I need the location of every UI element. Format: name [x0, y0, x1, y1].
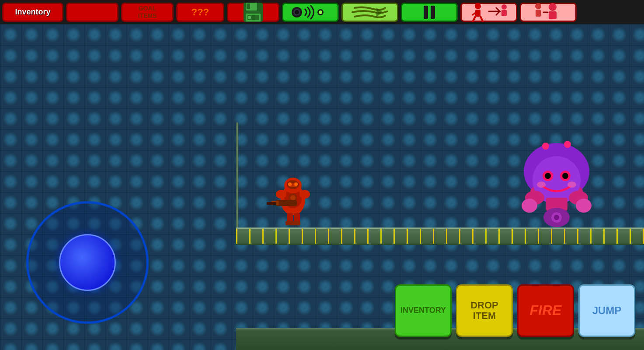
svg-point-17	[501, 4, 507, 10]
svg-point-54	[576, 199, 592, 213]
svg-point-53	[522, 199, 537, 213]
action-buttons: INVENTORY DROP ITEM FIRE JUMP	[395, 284, 635, 337]
inventory-button[interactable]: Inventory	[2, 3, 63, 22]
question-button[interactable]: ???	[176, 3, 224, 22]
svg-point-26	[290, 195, 296, 200]
platform-support	[236, 122, 238, 228]
svg-point-33	[294, 182, 298, 186]
svg-rect-20	[536, 10, 541, 17]
joystick-area[interactable]	[26, 201, 149, 324]
floppy-icon	[242, 1, 264, 23]
svg-rect-18	[501, 10, 507, 16]
joystick-knob[interactable]	[59, 234, 116, 291]
character1-button[interactable]	[460, 3, 517, 22]
character2-button[interactable]	[520, 3, 577, 22]
svg-point-46	[545, 173, 551, 179]
game-area: INVENTORY DROP ITEM FIRE JUMP	[0, 24, 644, 350]
top-bar: Inventory GOAL ITEMS ???	[0, 0, 644, 24]
svg-point-28	[299, 190, 310, 199]
svg-point-49	[567, 182, 576, 188]
svg-point-8	[295, 10, 299, 14]
svg-rect-5	[248, 16, 251, 19]
platform-dots	[236, 229, 644, 244]
svg-point-10	[319, 10, 322, 14]
svg-point-27	[276, 190, 286, 199]
svg-line-14	[473, 17, 475, 22]
svg-point-48	[537, 182, 546, 188]
sound-icon	[291, 4, 330, 20]
svg-point-59	[564, 141, 571, 148]
enemy-sprite	[522, 141, 592, 228]
svg-rect-37	[292, 221, 300, 225]
character2-icon	[529, 3, 568, 22]
player-character	[267, 176, 319, 228]
svg-point-58	[542, 143, 549, 150]
main-platform	[236, 228, 644, 245]
character1-icon	[469, 3, 508, 22]
jump-button[interactable]: JUMP	[578, 284, 635, 337]
drop-item-button[interactable]: DROP ITEM	[456, 284, 513, 337]
svg-point-21	[549, 3, 557, 11]
blank-button-1[interactable]	[66, 3, 118, 22]
svg-line-15	[480, 17, 483, 22]
player-sprite	[267, 176, 319, 228]
svg-point-19	[535, 3, 541, 9]
pause-icon	[424, 6, 435, 19]
sound-button[interactable]	[282, 3, 339, 22]
svg-rect-36	[285, 221, 293, 225]
svg-point-57	[554, 215, 559, 220]
pause-button[interactable]	[401, 3, 458, 22]
svg-point-12	[475, 3, 481, 9]
svg-rect-40	[267, 202, 276, 205]
speed-button[interactable]	[341, 3, 398, 22]
inventory-game-button[interactable]: INVENTORY	[395, 284, 452, 337]
svg-point-47	[562, 173, 568, 179]
speed-icon	[350, 4, 390, 20]
svg-point-32	[288, 182, 292, 186]
svg-rect-22	[549, 11, 557, 19]
enemy-character	[522, 141, 592, 228]
fire-button[interactable]: FIRE	[517, 284, 574, 337]
goal-items-button[interactable]: GOAL ITEMS	[121, 3, 174, 22]
save-button[interactable]	[227, 3, 279, 22]
svg-rect-2	[247, 4, 250, 9]
